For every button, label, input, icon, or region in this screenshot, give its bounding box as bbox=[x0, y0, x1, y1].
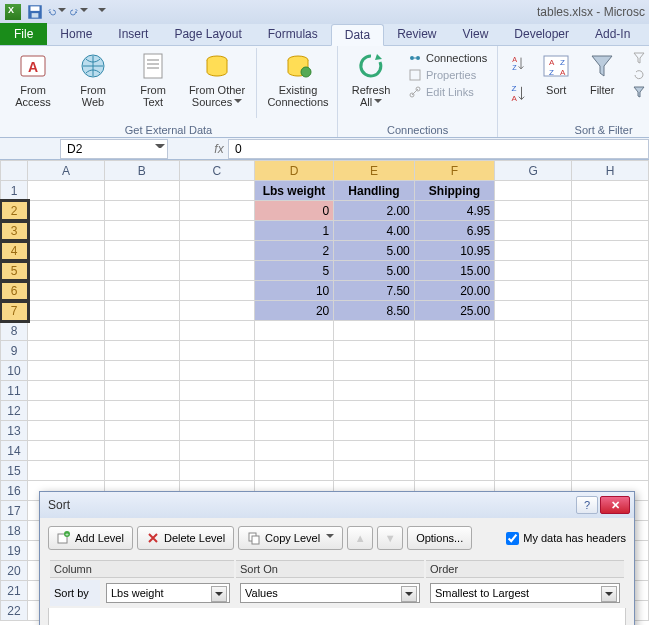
cell-C2[interactable] bbox=[179, 201, 254, 221]
cell-H3[interactable] bbox=[572, 221, 649, 241]
cell-C1[interactable] bbox=[179, 181, 254, 201]
column-header-A[interactable]: A bbox=[28, 161, 105, 181]
row-header-14[interactable]: 14 bbox=[1, 441, 28, 461]
cell-H10[interactable] bbox=[572, 361, 649, 381]
redo-icon[interactable] bbox=[70, 3, 88, 21]
cell-A1[interactable] bbox=[28, 181, 105, 201]
cell-G2[interactable] bbox=[495, 201, 572, 221]
cell-D10[interactable] bbox=[254, 361, 334, 381]
cell-D4[interactable]: 2 bbox=[254, 241, 334, 261]
row-header-18[interactable]: 18 bbox=[1, 521, 28, 541]
column-header-E[interactable]: E bbox=[334, 161, 414, 181]
cell-E9[interactable] bbox=[334, 341, 414, 361]
delete-level-button[interactable]: Delete Level bbox=[137, 526, 234, 550]
cell-E14[interactable] bbox=[334, 441, 414, 461]
cell-D15[interactable] bbox=[254, 461, 334, 481]
cell-H14[interactable] bbox=[572, 441, 649, 461]
cell-F6[interactable]: 20.00 bbox=[414, 281, 494, 301]
cell-F1[interactable]: Shipping bbox=[414, 181, 494, 201]
row-header-19[interactable]: 19 bbox=[1, 541, 28, 561]
cell-C11[interactable] bbox=[179, 381, 254, 401]
properties-button[interactable]: Properties bbox=[404, 67, 491, 83]
row-header-15[interactable]: 15 bbox=[1, 461, 28, 481]
cell-A10[interactable] bbox=[28, 361, 105, 381]
from-other-sources-button[interactable]: From Other Sources bbox=[186, 48, 248, 108]
cell-D14[interactable] bbox=[254, 441, 334, 461]
cell-G8[interactable] bbox=[495, 321, 572, 341]
row-header-21[interactable]: 21 bbox=[1, 581, 28, 601]
cell-F11[interactable] bbox=[414, 381, 494, 401]
row-header-4[interactable]: 4 bbox=[1, 241, 28, 261]
cell-D3[interactable]: 1 bbox=[254, 221, 334, 241]
cell-F3[interactable]: 6.95 bbox=[414, 221, 494, 241]
cell-G3[interactable] bbox=[495, 221, 572, 241]
cell-B4[interactable] bbox=[104, 241, 179, 261]
cell-A7[interactable] bbox=[28, 301, 105, 321]
cell-H5[interactable] bbox=[572, 261, 649, 281]
cell-B9[interactable] bbox=[104, 341, 179, 361]
sort-az-button[interactable]: AZ bbox=[504, 50, 530, 78]
column-header-C[interactable]: C bbox=[179, 161, 254, 181]
cell-D2[interactable]: 0 bbox=[254, 201, 334, 221]
cell-F2[interactable]: 4.95 bbox=[414, 201, 494, 221]
cell-G15[interactable] bbox=[495, 461, 572, 481]
cell-B1[interactable] bbox=[104, 181, 179, 201]
name-box[interactable]: D2 bbox=[60, 139, 168, 159]
cell-E1[interactable]: Handling bbox=[334, 181, 414, 201]
cell-D13[interactable] bbox=[254, 421, 334, 441]
cell-G12[interactable] bbox=[495, 401, 572, 421]
cell-D7[interactable]: 20 bbox=[254, 301, 334, 321]
row-header-11[interactable]: 11 bbox=[1, 381, 28, 401]
tab-addins[interactable]: Add-In bbox=[582, 23, 643, 45]
tab-page-layout[interactable]: Page Layout bbox=[161, 23, 254, 45]
dialog-titlebar[interactable]: Sort ? ✕ bbox=[40, 492, 634, 518]
cell-C5[interactable] bbox=[179, 261, 254, 281]
cell-F5[interactable]: 15.00 bbox=[414, 261, 494, 281]
row-header-6[interactable]: 6 bbox=[1, 281, 28, 301]
cell-H4[interactable] bbox=[572, 241, 649, 261]
cell-G5[interactable] bbox=[495, 261, 572, 281]
cell-F7[interactable]: 25.00 bbox=[414, 301, 494, 321]
from-text-button[interactable]: From Text bbox=[126, 48, 180, 108]
cell-C13[interactable] bbox=[179, 421, 254, 441]
cell-B13[interactable] bbox=[104, 421, 179, 441]
row-header-20[interactable]: 20 bbox=[1, 561, 28, 581]
cell-B8[interactable] bbox=[104, 321, 179, 341]
cell-F13[interactable] bbox=[414, 421, 494, 441]
column-header-H[interactable]: H bbox=[572, 161, 649, 181]
edit-links-button[interactable]: Edit Links bbox=[404, 84, 491, 100]
cell-A3[interactable] bbox=[28, 221, 105, 241]
cell-F15[interactable] bbox=[414, 461, 494, 481]
cell-E4[interactable]: 5.00 bbox=[334, 241, 414, 261]
row-header-1[interactable]: 1 bbox=[1, 181, 28, 201]
sort-za-button[interactable]: ZA bbox=[504, 80, 530, 108]
sorton-dropdown[interactable]: Values bbox=[240, 583, 420, 603]
cell-C4[interactable] bbox=[179, 241, 254, 261]
cell-C3[interactable] bbox=[179, 221, 254, 241]
row-header-10[interactable]: 10 bbox=[1, 361, 28, 381]
has-headers-checkbox[interactable]: My data has headers bbox=[506, 532, 626, 545]
clear-button[interactable]: Clear bbox=[628, 50, 649, 66]
cell-B5[interactable] bbox=[104, 261, 179, 281]
cell-H9[interactable] bbox=[572, 341, 649, 361]
cell-C12[interactable] bbox=[179, 401, 254, 421]
cell-E15[interactable] bbox=[334, 461, 414, 481]
undo-icon[interactable] bbox=[48, 3, 66, 21]
cell-A14[interactable] bbox=[28, 441, 105, 461]
cell-G10[interactable] bbox=[495, 361, 572, 381]
column-dropdown[interactable]: Lbs weight bbox=[106, 583, 230, 603]
cell-D11[interactable] bbox=[254, 381, 334, 401]
move-down-button[interactable]: ▼ bbox=[377, 526, 403, 550]
cell-G9[interactable] bbox=[495, 341, 572, 361]
cell-A9[interactable] bbox=[28, 341, 105, 361]
cell-A11[interactable] bbox=[28, 381, 105, 401]
filter-button[interactable]: Filter bbox=[582, 48, 622, 96]
cell-E8[interactable] bbox=[334, 321, 414, 341]
from-web-button[interactable]: From Web bbox=[66, 48, 120, 108]
cell-E10[interactable] bbox=[334, 361, 414, 381]
row-header-16[interactable]: 16 bbox=[1, 481, 28, 501]
cell-B14[interactable] bbox=[104, 441, 179, 461]
add-level-button[interactable]: +Add Level bbox=[48, 526, 133, 550]
cell-F14[interactable] bbox=[414, 441, 494, 461]
row-header-2[interactable]: 2 bbox=[1, 201, 28, 221]
